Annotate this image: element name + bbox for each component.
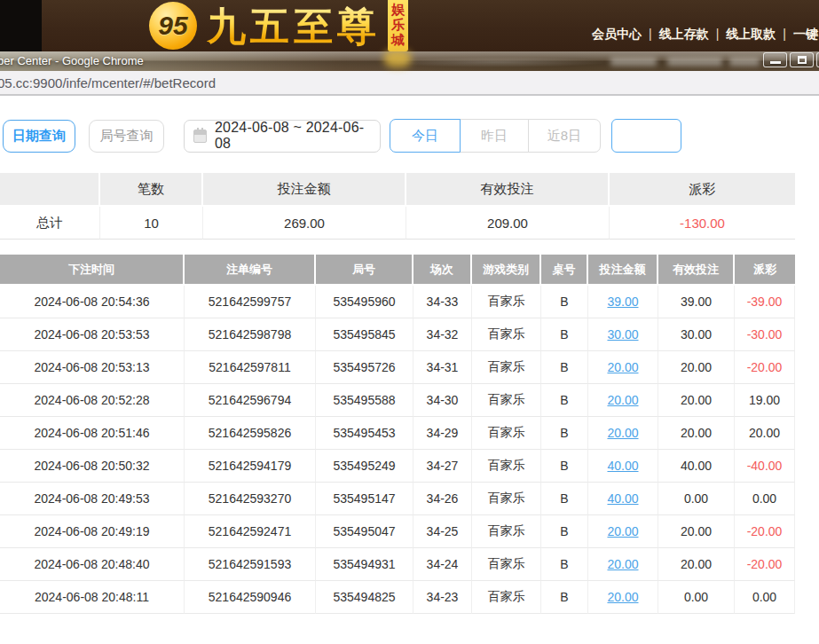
tab-round-query[interactable]: 局号查询: [89, 120, 164, 153]
cell-time: 2024-06-08 20:53:13: [0, 351, 185, 384]
cell-game: 百家乐: [472, 318, 541, 351]
cell-table: B: [541, 417, 588, 450]
cell-table: B: [541, 384, 588, 417]
nav-link-4[interactable]: 一键: [776, 27, 818, 43]
nav-link-2[interactable]: 线上存款: [642, 27, 709, 43]
records-column-header: 投注金额: [588, 255, 658, 286]
bet-amount-link[interactable]: 40.00: [607, 491, 638, 506]
cell-valid: 20.00: [658, 548, 735, 581]
cell-table: B: [541, 548, 588, 581]
bet-records-table: 下注时间注单编号局号场次游戏类别桌号投注金额有效投注派彩 2024-06-08 …: [0, 255, 795, 614]
summary-total-row: 总计 10 269.00 209.00 -130.00: [0, 207, 795, 240]
redacted-text: [610, 58, 657, 66]
top-nav: 会员中心线上存款线上取款一键: [592, 27, 818, 43]
date-range-value: 2024-06-08 ~ 2024-06-08: [215, 120, 371, 152]
summary-header-row: 笔数 投注金额 有效投注 派彩: [0, 173, 795, 207]
cell-payout: -40.00: [735, 450, 795, 483]
cell-table: B: [541, 286, 588, 318]
cell-session: 34-24: [413, 548, 472, 581]
query-button[interactable]: 查询: [611, 119, 681, 153]
redacted-text: [667, 58, 722, 66]
cell-session: 34-27: [413, 450, 472, 483]
cell-session: 34-32: [413, 318, 472, 351]
cell-valid: 0.00: [658, 483, 735, 515]
bet-amount-link[interactable]: 20.00: [607, 360, 638, 374]
cell-bet: 40.00: [588, 450, 658, 483]
redacted-text: [729, 58, 760, 66]
cell-bet-id: 521642597811: [185, 351, 316, 384]
records-header-row: 下注时间注单编号局号场次游戏类别桌号投注金额有效投注派彩: [0, 255, 795, 286]
cell-valid: 20.00: [658, 515, 735, 548]
cell-session: 34-31: [413, 351, 472, 384]
cell-payout: -20.00: [735, 351, 795, 384]
cell-bet-id: 521642595826: [185, 417, 316, 450]
table-row: 2024-06-08 20:50:32521642594179535495249…: [0, 450, 795, 483]
quick-yesterday-button[interactable]: 昨日: [460, 119, 529, 153]
cell-game: 百家乐: [472, 417, 541, 450]
cell-time: 2024-06-08 20:52:28: [0, 384, 185, 417]
summary-header-payout: 派彩: [610, 173, 795, 207]
table-row: 2024-06-08 20:48:11521642590946535494825…: [0, 581, 795, 614]
bet-amount-link[interactable]: 20.00: [607, 524, 638, 538]
cell-bet-id: 521642596794: [185, 384, 316, 417]
bet-record-page: 日期查询 局号查询 2024-06-08 ~ 2024-06-08 今日 昨日 …: [0, 96, 819, 614]
logo-tag-banner: 娱乐城: [388, 0, 408, 51]
query-toolbar: 日期查询 局号查询 2024-06-08 ~ 2024-06-08 今日 昨日 …: [0, 119, 819, 153]
table-row: 2024-06-08 20:48:40521642591593535494931…: [0, 548, 795, 581]
summary-header-blank: [0, 173, 100, 207]
maximize-button[interactable]: [790, 52, 814, 67]
records-column-header: 桌号: [541, 255, 588, 286]
cell-bet-id: 521642594179: [185, 450, 316, 483]
cell-table: B: [541, 318, 588, 351]
quick-last8-button[interactable]: 近8日: [528, 119, 601, 153]
logo-tag-char: 娱: [391, 2, 405, 17]
cell-valid: 39.00: [658, 286, 735, 318]
cell-bet-id: 521642593270: [185, 483, 316, 515]
cell-round-id: 535495960: [316, 286, 413, 318]
cell-time: 2024-06-08 20:50:32: [0, 450, 185, 483]
summary-total-label: 总计: [0, 207, 100, 240]
summary-count-value: 10: [100, 207, 203, 240]
bet-amount-link[interactable]: 40.00: [607, 459, 638, 473]
cell-bet-id: 521642599757: [185, 286, 316, 318]
quick-today-button[interactable]: 今日: [390, 119, 461, 153]
tab-date-query[interactable]: 日期查询: [3, 120, 75, 153]
summary-bet-amount-value: 269.00: [203, 207, 406, 240]
minimize-button[interactable]: [763, 52, 787, 67]
cell-table: B: [541, 515, 588, 548]
cell-bet: 20.00: [588, 384, 658, 417]
table-row: 2024-06-08 20:49:19521642592471535495047…: [0, 515, 795, 548]
cell-time: 2024-06-08 20:49:19: [0, 515, 185, 548]
url-text: 05.cc:9900/infe/mcenter/#/betRecord: [0, 75, 216, 90]
cell-valid: 30.00: [658, 318, 735, 351]
bet-amount-link[interactable]: 39.00: [607, 295, 638, 309]
cell-game: 百家乐: [472, 483, 541, 515]
summary-payout-value: -130.00: [610, 207, 795, 240]
bet-amount-link[interactable]: 30.00: [607, 327, 638, 342]
cell-payout: -30.00: [735, 318, 795, 351]
table-row: 2024-06-08 20:52:28521642596794535495588…: [0, 384, 795, 417]
window-title-bar: ber Center - Google Chrome: [0, 51, 819, 71]
records-column-header: 局号: [316, 255, 413, 286]
address-bar[interactable]: 05.cc:9900/infe/mcenter/#/betRecord: [0, 71, 819, 96]
nav-link-3[interactable]: 线上取款: [709, 27, 776, 43]
summary-table: 笔数 投注金额 有效投注 派彩 总计 10 269.00 209.00 -130…: [0, 173, 795, 240]
bet-amount-link[interactable]: 20.00: [607, 393, 638, 407]
cell-time: 2024-06-08 20:48:11: [0, 581, 185, 614]
cell-game: 百家乐: [472, 581, 541, 614]
minimize-icon: [770, 61, 781, 64]
cell-round-id: 535495147: [316, 483, 413, 515]
bet-amount-link[interactable]: 20.00: [607, 557, 638, 571]
table-row: 2024-06-08 20:53:13521642597811535495726…: [0, 351, 795, 384]
logo-95-icon: 95: [149, 2, 197, 50]
cell-valid: 20.00: [658, 417, 735, 450]
date-range-input[interactable]: 2024-06-08 ~ 2024-06-08: [184, 120, 381, 153]
bet-amount-link[interactable]: 20.00: [607, 590, 638, 604]
cell-table: B: [541, 581, 588, 614]
summary-valid-bet-value: 209.00: [406, 207, 610, 240]
nav-link-1[interactable]: 会员中心: [592, 27, 642, 43]
cell-payout: 20.00: [735, 417, 795, 450]
cell-bet: 20.00: [588, 581, 658, 614]
cell-bet-id: 521642590946: [185, 581, 316, 614]
bet-amount-link[interactable]: 20.00: [607, 426, 638, 440]
